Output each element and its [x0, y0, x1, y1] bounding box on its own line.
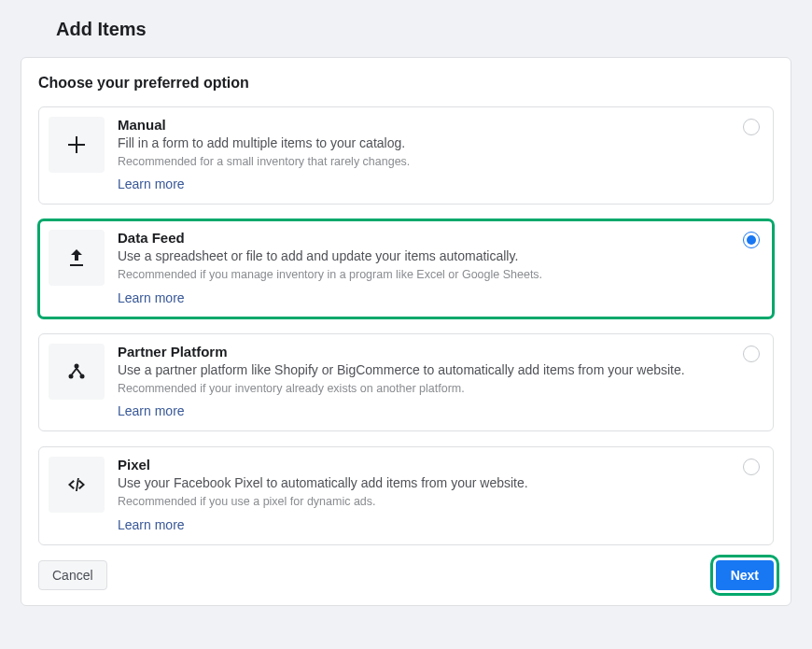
code-icon: [49, 457, 105, 513]
learn-more-link[interactable]: Learn more: [118, 403, 185, 418]
option-hint: Recommended if your inventory already ex…: [118, 381, 734, 398]
option-hint: Recommended if you use a pixel for dynam…: [118, 494, 734, 511]
option-partner[interactable]: Partner Platform Use a partner platform …: [38, 333, 774, 431]
panel-title: Choose your preferred option: [38, 75, 774, 92]
nodes-icon: [49, 344, 105, 400]
option-body: Pixel Use your Facebook Pixel to automat…: [118, 457, 762, 532]
learn-more-link[interactable]: Learn more: [118, 290, 185, 305]
next-button[interactable]: Next: [716, 560, 774, 590]
option-desc: Use a spreadsheet or file to add and upd…: [118, 247, 734, 265]
option-hint: Recommended if you manage inventory in a…: [118, 267, 734, 284]
option-manual[interactable]: Manual Fill in a form to add multiple it…: [38, 106, 774, 205]
option-body: Partner Platform Use a partner platform …: [118, 344, 762, 419]
footer: Cancel Next: [38, 560, 774, 590]
learn-more-link[interactable]: Learn more: [118, 517, 185, 532]
option-title: Partner Platform: [118, 344, 734, 360]
learn-more-link[interactable]: Learn more: [118, 176, 185, 191]
option-title: Data Feed: [118, 230, 734, 246]
radio-manual[interactable]: [743, 119, 760, 135]
option-hint: Recommended for a small inventory that r…: [118, 154, 734, 171]
option-desc: Fill in a form to add multiple items to …: [118, 134, 734, 152]
svg-point-0: [75, 363, 79, 368]
option-pixel[interactable]: Pixel Use your Facebook Pixel to automat…: [38, 446, 774, 544]
option-body: Manual Fill in a form to add multiple it…: [118, 117, 762, 192]
option-desc: Use your Facebook Pixel to automatically…: [118, 474, 734, 492]
options-panel: Choose your preferred option Manual Fill…: [21, 57, 791, 606]
option-body: Data Feed Use a spreadsheet or file to a…: [118, 230, 762, 305]
radio-partner[interactable]: [743, 346, 760, 362]
option-desc: Use a partner platform like Shopify or B…: [118, 361, 734, 379]
option-title: Manual: [118, 117, 734, 133]
cancel-button[interactable]: Cancel: [38, 560, 107, 590]
plus-icon: [49, 117, 105, 173]
upload-icon: [49, 230, 105, 286]
option-datafeed[interactable]: Data Feed Use a spreadsheet or file to a…: [38, 219, 774, 317]
page-title: Add Items: [56, 19, 791, 40]
option-title: Pixel: [118, 457, 734, 473]
